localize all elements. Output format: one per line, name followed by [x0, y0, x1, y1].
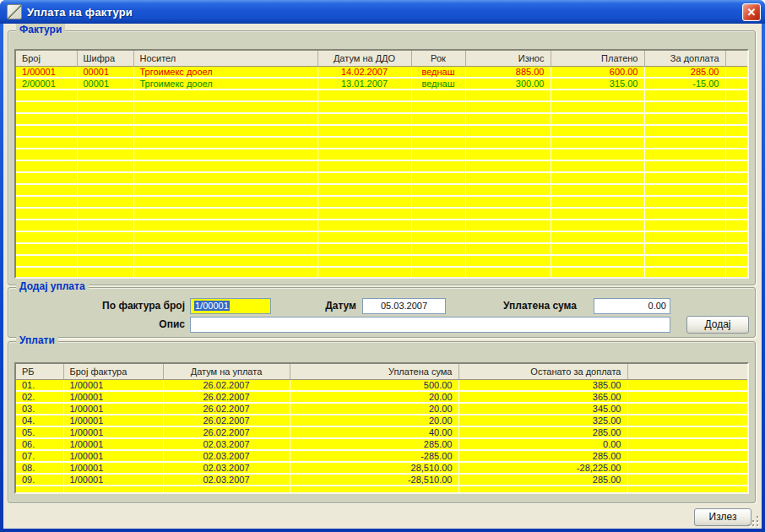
- cell[interactable]: [317, 208, 411, 220]
- cell[interactable]: 26.02.2007: [163, 403, 290, 415]
- cell[interactable]: [644, 137, 725, 149]
- cell[interactable]: [627, 415, 747, 426]
- cell[interactable]: [465, 101, 551, 113]
- table-row[interactable]: [16, 90, 747, 101]
- cell[interactable]: [133, 208, 317, 220]
- cell[interactable]: 500.00: [290, 379, 458, 391]
- cell[interactable]: [465, 160, 551, 172]
- cell[interactable]: [77, 196, 133, 208]
- cell[interactable]: [644, 220, 725, 231]
- cell[interactable]: [411, 231, 465, 243]
- cell[interactable]: 02.03.2007: [163, 462, 290, 474]
- cell[interactable]: 02.03.2007: [163, 438, 290, 450]
- cell[interactable]: [644, 267, 725, 279]
- cell[interactable]: [725, 113, 747, 125]
- cell[interactable]: [551, 196, 644, 208]
- cell[interactable]: 01.: [16, 379, 63, 391]
- table-row[interactable]: 04.1/0000126.02.200720.00325.00: [16, 415, 747, 426]
- cell[interactable]: [133, 267, 317, 279]
- cell[interactable]: [725, 220, 747, 231]
- cell[interactable]: [16, 160, 77, 172]
- cell[interactable]: 20.00: [290, 415, 458, 426]
- cell[interactable]: [465, 220, 551, 231]
- cell[interactable]: 00001: [77, 66, 133, 78]
- cell[interactable]: [77, 160, 133, 172]
- cell[interactable]: [77, 255, 133, 267]
- cell[interactable]: [627, 438, 747, 450]
- cell[interactable]: [77, 149, 133, 160]
- cell[interactable]: [317, 231, 411, 243]
- close-button[interactable]: ✕: [742, 3, 761, 21]
- table-row[interactable]: [16, 243, 747, 255]
- cell[interactable]: [465, 137, 551, 149]
- cell[interactable]: [644, 208, 725, 220]
- cell[interactable]: [133, 90, 317, 101]
- cell[interactable]: [551, 231, 644, 243]
- cell[interactable]: [644, 149, 725, 160]
- cell[interactable]: [16, 101, 77, 113]
- cell[interactable]: [317, 90, 411, 101]
- table-row[interactable]: [16, 125, 747, 137]
- cell[interactable]: [16, 90, 77, 101]
- cell[interactable]: [725, 208, 747, 220]
- cell[interactable]: 1/00001: [63, 403, 163, 415]
- cell[interactable]: [77, 113, 133, 125]
- cell[interactable]: [77, 172, 133, 184]
- cell[interactable]: 14.02.2007: [317, 66, 411, 78]
- cell[interactable]: 20.00: [290, 403, 458, 415]
- cell[interactable]: [644, 196, 725, 208]
- cell[interactable]: [644, 90, 725, 101]
- cell[interactable]: [465, 90, 551, 101]
- cell[interactable]: [77, 90, 133, 101]
- cell[interactable]: [551, 101, 644, 113]
- cell[interactable]: [551, 125, 644, 137]
- cell[interactable]: [411, 267, 465, 279]
- cell[interactable]: 06.: [16, 438, 63, 450]
- cell[interactable]: [16, 208, 77, 220]
- table-row[interactable]: 06.1/0000102.03.2007285.000.00: [16, 438, 747, 450]
- cell[interactable]: [133, 160, 317, 172]
- cell[interactable]: [16, 125, 77, 137]
- cell[interactable]: [627, 426, 747, 438]
- cell[interactable]: 0.00: [458, 438, 627, 450]
- cell[interactable]: 28,510.00: [290, 462, 458, 474]
- cell[interactable]: [317, 125, 411, 137]
- table-row[interactable]: 08.1/0000102.03.200728,510.00-28,225.00: [16, 462, 747, 474]
- cell[interactable]: [133, 137, 317, 149]
- table-row[interactable]: [16, 220, 747, 231]
- cell[interactable]: [63, 486, 163, 494]
- table-row[interactable]: [16, 184, 747, 196]
- cell[interactable]: [133, 231, 317, 243]
- cell[interactable]: 05.: [16, 426, 63, 438]
- cell[interactable]: [411, 184, 465, 196]
- cell[interactable]: [317, 172, 411, 184]
- cell[interactable]: [627, 403, 747, 415]
- cell[interactable]: [725, 196, 747, 208]
- cell[interactable]: [411, 101, 465, 113]
- cell[interactable]: -285.00: [290, 450, 458, 462]
- cell[interactable]: [133, 101, 317, 113]
- cell[interactable]: [163, 486, 290, 494]
- cell[interactable]: [411, 113, 465, 125]
- cell[interactable]: [551, 149, 644, 160]
- add-button[interactable]: Додај: [686, 316, 749, 334]
- cell[interactable]: 1/00001: [63, 415, 163, 426]
- cell[interactable]: [16, 196, 77, 208]
- cell[interactable]: -15.00: [644, 78, 725, 90]
- cell[interactable]: [551, 255, 644, 267]
- cell[interactable]: [551, 113, 644, 125]
- cell[interactable]: [551, 90, 644, 101]
- cell[interactable]: [411, 90, 465, 101]
- cell[interactable]: 07.: [16, 450, 63, 462]
- cell[interactable]: [133, 220, 317, 231]
- cell[interactable]: [465, 172, 551, 184]
- cell[interactable]: [77, 243, 133, 255]
- cell[interactable]: [77, 184, 133, 196]
- cell[interactable]: Тргоимекс дооел: [133, 78, 317, 90]
- table-row[interactable]: [16, 113, 747, 125]
- cell[interactable]: 20.00: [290, 391, 458, 403]
- table-row[interactable]: [16, 137, 747, 149]
- cell[interactable]: 1/00001: [63, 462, 163, 474]
- cell[interactable]: [290, 486, 458, 494]
- cell[interactable]: 1/00001: [63, 450, 163, 462]
